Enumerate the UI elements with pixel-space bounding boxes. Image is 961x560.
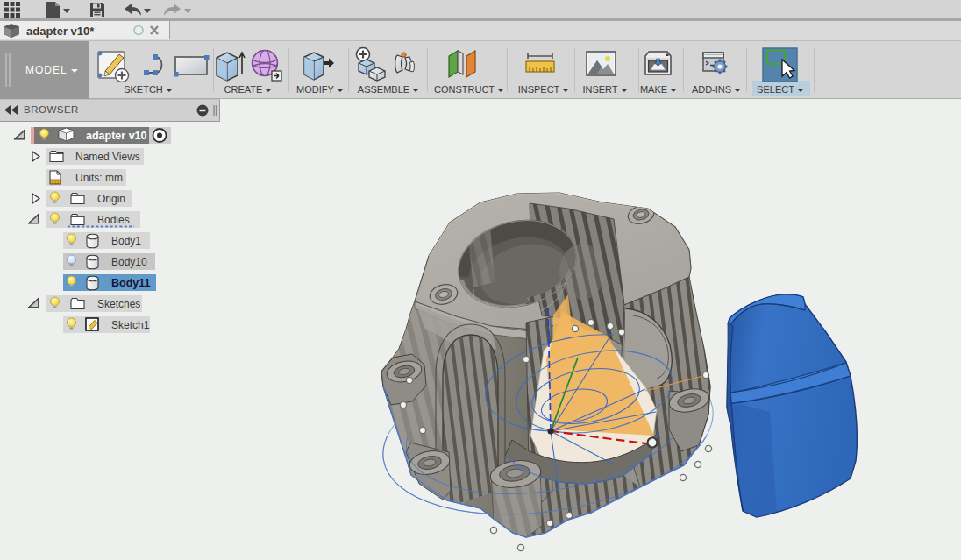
svg-text:Sketches: Sketches	[97, 298, 140, 310]
svg-text:Origin: Origin	[97, 193, 125, 205]
svg-text:Named Views: Named Views	[75, 151, 140, 163]
svg-text:adapter v10: adapter v10	[86, 130, 147, 142]
svg-text:Bodies: Bodies	[97, 214, 130, 226]
svg-text:Units: mm: Units: mm	[75, 172, 123, 184]
svg-text:Body10: Body10	[111, 256, 147, 268]
svg-text:Sketch1: Sketch1	[111, 319, 150, 331]
svg-text:Body1: Body1	[111, 235, 141, 247]
svg-text:Body11: Body11	[111, 277, 151, 289]
